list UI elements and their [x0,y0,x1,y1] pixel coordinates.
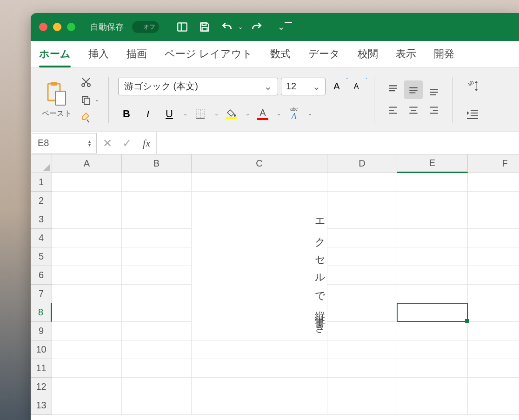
cell-F6[interactable] [468,266,519,285]
insert-function-button[interactable]: fx [137,137,156,149]
customize-toolbar-icon[interactable]: ⌄ [276,19,293,35]
enter-formula-button[interactable]: ✓ [117,137,137,150]
paste-button[interactable]: ペースト [42,81,72,119]
row-header-13[interactable]: 13 [31,396,52,415]
cell-A11[interactable] [52,359,122,378]
cell-D7[interactable] [327,285,397,303]
row-header-10[interactable]: 10 [31,340,52,359]
decrease-font-button[interactable]: Aˇ [348,78,365,95]
cell-B5[interactable] [122,247,192,266]
column-header-F[interactable]: F [468,154,519,173]
align-center-button[interactable] [404,101,423,120]
name-box-spinner[interactable]: ▴▾ [88,140,91,147]
cell-E10[interactable] [397,340,468,359]
cell-F7[interactable] [468,285,519,303]
cell-B13[interactable] [122,396,192,415]
row-header-12[interactable]: 12 [31,378,52,396]
orientation-button[interactable]: ab [462,78,483,94]
cell-A5[interactable] [52,247,122,266]
undo-icon[interactable] [219,19,235,35]
tab-insert[interactable]: 挿入 [88,47,109,67]
cell-F8[interactable] [468,303,519,322]
cell-B6[interactable] [122,266,192,285]
cell-E6[interactable] [397,266,468,285]
tab-review[interactable]: 校閲 [358,47,378,67]
borders-button[interactable] [192,106,209,122]
cell-A3[interactable] [52,210,122,229]
cell-A9[interactable] [52,322,122,340]
cell-C13[interactable] [192,396,327,415]
align-top-button[interactable] [384,80,402,99]
cell-E3[interactable] [397,210,468,229]
cell-E7[interactable] [397,285,468,303]
cell-D4[interactable] [327,229,397,247]
cell-D2[interactable] [327,192,397,210]
name-box[interactable]: E8 ▴▾ [32,133,97,153]
fill-color-button[interactable] [223,106,240,122]
formula-input[interactable] [156,132,519,154]
row-header-4[interactable]: 4 [31,229,52,247]
column-header-A[interactable]: A [52,154,122,173]
font-color-dropdown[interactable]: ⌄ [277,111,281,117]
cell-A4[interactable] [52,229,122,247]
cell-A12[interactable] [52,378,122,396]
cell-D10[interactable] [327,340,397,359]
cell-B12[interactable] [122,378,192,396]
copy-button[interactable] [78,93,94,107]
cell-E9[interactable] [397,322,468,340]
cell-C12[interactable] [192,378,327,396]
redo-icon[interactable] [248,19,265,35]
align-middle-button[interactable] [404,80,423,99]
cell-A10[interactable] [52,340,122,359]
row-header-2[interactable]: 2 [31,192,52,210]
cell-E13[interactable] [397,396,468,415]
cell-E8[interactable] [397,303,468,322]
column-header-D[interactable]: D [327,154,397,173]
cut-button[interactable] [78,75,94,90]
cell-E12[interactable] [397,378,468,396]
cell-D13[interactable] [327,396,397,415]
cell-D5[interactable] [327,247,397,266]
cell-D6[interactable] [327,266,397,285]
borders-dropdown[interactable]: ⌄ [214,111,219,117]
cell-F3[interactable] [468,210,519,229]
cell-B1[interactable] [122,173,192,192]
cell-C2[interactable]: エクセルで縦書き [192,192,327,340]
tab-developer[interactable]: 開発 [434,47,454,67]
align-right-button[interactable] [425,101,443,120]
cell-B3[interactable] [122,210,192,229]
cell-A8[interactable] [52,303,122,322]
cell-F2[interactable] [468,192,519,210]
cell-D9[interactable] [327,322,397,340]
cell-E1[interactable] [397,173,468,192]
underline-button[interactable]: U [161,106,178,122]
close-window-button[interactable] [39,23,47,31]
cell-C10[interactable] [192,340,327,359]
bold-button[interactable]: B [118,106,135,122]
row-header-1[interactable]: 1 [31,173,52,192]
font-name-select[interactable]: 游ゴシック (本文)⌄ [118,78,278,95]
cell-E4[interactable] [397,229,468,247]
tab-data[interactable]: データ [308,47,340,67]
cancel-formula-button[interactable]: ✕ [98,137,117,150]
cell-B10[interactable] [122,340,192,359]
tab-page-layout[interactable]: ページ レイアウト [165,47,253,67]
row-header-8[interactable]: 8 [31,303,52,322]
cell-F11[interactable] [468,359,519,378]
align-bottom-button[interactable] [425,80,443,99]
cell-E11[interactable] [397,359,468,378]
row-header-6[interactable]: 6 [31,266,52,285]
cell-F10[interactable] [468,340,519,359]
cell-B7[interactable] [122,285,192,303]
row-header-11[interactable]: 11 [31,359,52,378]
align-left-button[interactable] [384,101,402,120]
cell-E5[interactable] [397,247,468,266]
cell-C1[interactable] [192,173,327,192]
underline-dropdown[interactable]: ⌄ [183,111,187,117]
cell-B11[interactable] [122,359,192,378]
row-header-9[interactable]: 9 [31,322,52,340]
column-header-C[interactable]: C [192,154,327,173]
cell-D12[interactable] [327,378,397,396]
cell-F1[interactable] [468,173,519,192]
save-icon[interactable] [196,19,213,35]
